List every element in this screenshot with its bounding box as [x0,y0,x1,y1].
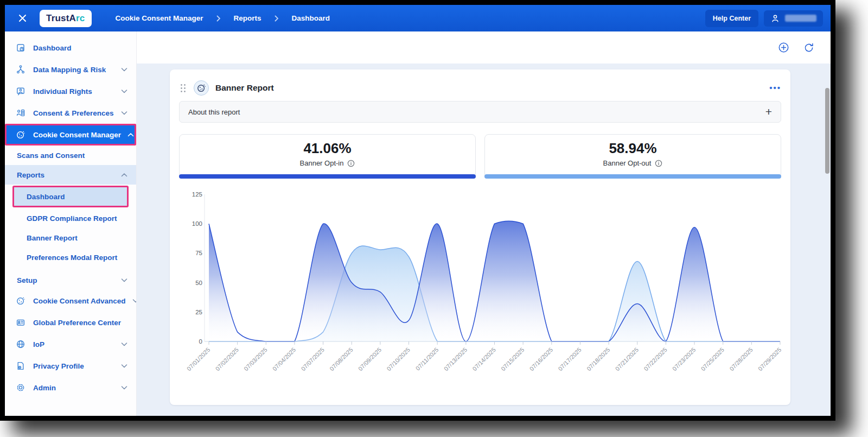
sidebar-item-label: Data Mapping & Risk [33,66,106,74]
x-axis-date-label: 07/10/2025 [386,346,411,372]
sidebar-item-cookie-consent-advanced[interactable]: Cookie Consent Advanced [5,290,136,312]
cookie-icon [16,296,27,306]
sidebar-item-label: Admin [33,384,56,392]
dashboard-icon [16,43,27,53]
y-axis-tick-label: 125 [192,191,202,198]
y-axis-tick-label: 50 [195,280,202,286]
info-circle-icon[interactable] [655,160,662,167]
sidebar-item-admin[interactable]: Admin [5,377,136,398]
person-icon [770,14,780,23]
x-axis-date-label: 07/28/2025 [728,346,754,372]
y-axis-tick-label: 75 [195,250,202,256]
sidebar-item-preferences-modal-report[interactable]: Preferences Modal Report [5,248,136,267]
chevron-right-icon [275,15,279,22]
x-axis-date-label: 07/04/2025 [271,346,297,372]
x-axis-date-label: 07/01/2025 [186,346,211,372]
sidebar-item-label: Global Preference Center [33,319,121,327]
sidebar-navigation: DashboardData Mapping & RiskIndividual R… [5,31,137,416]
x-axis-date-label: 07/23/2025 [671,346,697,372]
breadcrumb-item-cookie-consent-manager[interactable]: Cookie Consent Manager [116,14,203,22]
x-axis-date-label: 07/21/2025 [614,346,640,372]
sidebar-item-label: Consent & Preferences [33,109,114,117]
drag-handle-dots-icon[interactable] [180,84,186,93]
chevron-down-icon[interactable] [121,385,127,390]
x-axis-date-label: 07/09/2025 [357,346,382,372]
chevron-right-icon [216,15,221,22]
info-circle-icon[interactable] [347,160,355,167]
sidebar-item-dashboard[interactable]: Dashboard [5,37,136,59]
close-icon[interactable] [12,14,32,23]
sidebar-item-banner-report[interactable]: Banner Report [5,228,136,248]
sidebar-item-global-preference-center[interactable]: Global Preference Center [5,312,136,333]
banner-report-card: Banner Report ••• About this report + 41… [170,69,790,405]
breadcrumb-item-dashboard[interactable]: Dashboard [292,14,330,22]
sidebar-item-label: Banner Report [27,234,78,242]
breadcrumb-item-reports[interactable]: Reports [234,14,261,22]
trustarc-logo[interactable]: TrustArc [40,10,92,27]
y-axis-tick-label: 0 [199,338,202,345]
opt-out-accent-bar [484,174,781,179]
help-center-button[interactable]: Help Center [705,10,758,27]
sidebar-item-label: Privacy Profile [33,362,84,370]
sidebar-item-consent-preferences[interactable]: Consent & Preferences [5,102,136,124]
sidebar-item-label: Individual Rights [33,87,92,96]
user-menu-button[interactable] [764,10,823,27]
area-chart-svg: 025507510012507/01/202507/02/202507/03/2… [179,186,781,402]
chevron-up-icon[interactable] [127,132,134,137]
sidebar-item-label: Dashboard [33,44,72,52]
sidebar-item-individual-rights[interactable]: Individual Rights [5,80,136,102]
sidebar-item-label: Scans and Consent [17,151,85,160]
chevron-down-icon[interactable] [132,299,137,303]
chevron-down-icon[interactable] [121,364,127,369]
vertical-scrollbar[interactable] [825,88,829,174]
chevron-down-icon[interactable] [121,278,127,283]
sidebar-item-scans-and-consent[interactable]: Scans and Consent [5,145,136,165]
card-title: Banner Report [215,83,274,93]
sidebar-item-gdpr-compliance-report[interactable]: GDPR Compliance Report [5,208,136,228]
chevron-up-icon[interactable] [121,173,127,178]
x-axis-date-label: 07/08/2025 [328,346,354,372]
chevron-down-icon[interactable] [121,342,127,347]
top-navigation-bar: TrustArc Cookie Consent ManagerReportsDa… [5,5,831,31]
chevron-down-icon[interactable] [121,67,127,72]
about-report-label: About this report [188,108,240,116]
sidebar-item-dashboard[interactable]: Dashboard [12,186,129,207]
y-axis-tick-label: 25 [195,309,202,315]
dashboard-toolbar [137,31,831,64]
main-content: Banner Report ••• About this report + 41… [137,31,831,416]
iop-globe-icon [16,339,27,349]
opt-in-accent-bar [179,174,476,179]
sidebar-item-data-mapping-risk[interactable]: Data Mapping & Risk [5,59,136,80]
plus-circle-icon[interactable] [778,42,789,53]
x-axis-date-label: 07/13/2025 [443,346,468,372]
y-axis-tick-label: 100 [192,220,202,227]
x-axis-date-label: 07/14/2025 [471,346,496,372]
sidebar-item-label: Reports [17,171,44,179]
x-axis-date-label: 07/03/2025 [242,346,268,372]
logo-text-prefix: TrustA [46,13,76,23]
sidebar-item-label: Dashboard [27,193,65,201]
refresh-icon[interactable] [803,42,814,53]
sidebar-item-setup[interactable]: Setup [5,270,136,290]
consent-preferences-icon [16,108,27,118]
expand-plus-icon[interactable]: + [765,105,772,118]
card-menu-button[interactable]: ••• [769,85,781,91]
sidebar-item-label: GDPR Compliance Report [27,214,117,223]
cookie-report-badge-icon [194,80,209,96]
chevron-down-icon[interactable] [121,111,127,116]
sidebar-item-label: Setup [17,276,37,284]
x-axis-date-label: 07/07/2025 [300,346,326,372]
sidebar-item-label: Cookie Consent Advanced [33,297,126,305]
chevron-down-icon[interactable] [121,89,127,94]
sidebar-item-cookie-consent-manager[interactable]: Cookie Consent Manager [5,124,136,145]
opt-out-label: Banner Opt-out [603,159,652,167]
sidebar-item-privacy-profile[interactable]: Privacy Profile [5,355,136,377]
sidebar-item-iop[interactable]: IoP [5,333,136,355]
sidebar-item-label: Cookie Consent Manager [33,131,121,139]
x-axis-date-label: 07/29/2025 [757,346,781,372]
data-mapping-icon [16,65,27,74]
about-report-accordion[interactable]: About this report + [179,101,781,123]
user-name-redacted [785,15,816,22]
sidebar-item-reports[interactable]: Reports [5,165,136,185]
opt-out-stat-card: 58.94% Banner Opt-out [484,134,781,179]
